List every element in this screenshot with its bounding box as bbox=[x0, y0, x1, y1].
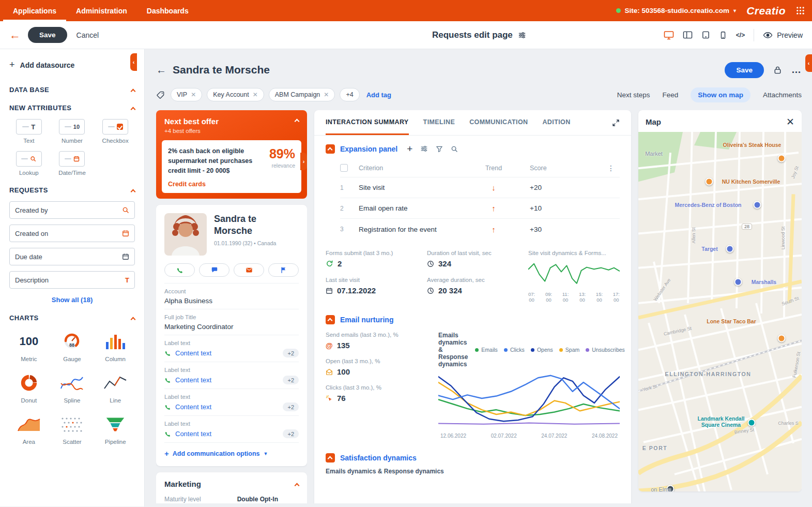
tab-addition[interactable]: ADITION bbox=[542, 110, 570, 135]
chart-tile-gauge[interactable]: 88 Gauge bbox=[53, 330, 92, 362]
comm-more-badge[interactable]: +2 bbox=[283, 429, 299, 438]
attribute-tile-lookup[interactable]: Lookup bbox=[9, 151, 49, 176]
preview-button[interactable]: Preview bbox=[763, 31, 803, 39]
food-marker[interactable] bbox=[778, 155, 786, 162]
mobile-view-icon[interactable] bbox=[719, 31, 727, 39]
add-tag-link[interactable]: Add tag bbox=[366, 91, 391, 99]
field-description[interactable]: Description T bbox=[9, 271, 135, 289]
chart-tile-donut[interactable]: Donut bbox=[9, 371, 49, 404]
collapse-sidebar-handle[interactable]: ‹ bbox=[130, 53, 137, 71]
app-launcher-icon[interactable] bbox=[796, 6, 805, 15]
chat-button[interactable] bbox=[199, 263, 229, 277]
credit-cards-link[interactable]: Credit cards bbox=[168, 181, 295, 188]
table-row[interactable]: 1 Site visit ↓ +20 bbox=[340, 177, 620, 198]
back-icon[interactable]: ← bbox=[9, 28, 21, 42]
expand-left-panel-handle[interactable]: › bbox=[300, 153, 307, 170]
close-icon[interactable]: ✕ bbox=[191, 91, 196, 98]
tab-communication[interactable]: COMMUNICATION bbox=[469, 110, 528, 135]
show-all-link[interactable]: Show all (18) bbox=[9, 296, 135, 304]
nav-administration[interactable]: Administration bbox=[66, 0, 137, 21]
add-communication-options[interactable]: + Add communication options ▼ bbox=[164, 442, 299, 461]
field-created-on[interactable]: Created on bbox=[9, 225, 135, 242]
section-new-attributes[interactable]: NEW ATTRIBUTES bbox=[9, 104, 135, 112]
tag-chip[interactable]: Key Account✕ bbox=[207, 88, 264, 101]
add-row-icon[interactable]: + bbox=[407, 144, 412, 154]
feed-button[interactable]: Feed bbox=[662, 91, 678, 99]
collapse-icon[interactable] bbox=[295, 119, 300, 124]
next-steps-button[interactable]: Next steps bbox=[617, 91, 650, 99]
food-marker[interactable] bbox=[706, 178, 713, 186]
right-panel-handle[interactable]: ‹ bbox=[805, 54, 812, 72]
comm-more-badge[interactable]: +2 bbox=[283, 376, 299, 384]
chart-tile-spline[interactable]: Spline bbox=[53, 371, 92, 404]
chart-tile-pipeline[interactable]: Pipeline bbox=[96, 413, 135, 445]
expand-icon[interactable] bbox=[612, 119, 620, 127]
comm-value-link[interactable]: Content text bbox=[175, 376, 211, 384]
chart-tile-column[interactable]: Column bbox=[96, 330, 135, 362]
close-icon[interactable]: ✕ bbox=[324, 91, 329, 98]
attribute-tile-checkbox[interactable]: Checkbox bbox=[96, 119, 135, 144]
table-menu-icon[interactable]: ⋮ bbox=[607, 164, 620, 172]
field-created-by[interactable]: Created by bbox=[9, 201, 135, 219]
nav-dashboards[interactable]: Dashboards bbox=[137, 0, 198, 21]
chart-tile-line[interactable]: Line bbox=[96, 371, 135, 404]
more-actions-icon[interactable]: … bbox=[791, 64, 802, 76]
call-button[interactable] bbox=[164, 263, 195, 277]
tab-interaction-summary[interactable]: INTERACTION SUMMARY bbox=[326, 110, 409, 135]
food-marker[interactable] bbox=[778, 335, 786, 342]
collapse-icon[interactable] bbox=[295, 483, 300, 488]
lock-icon[interactable] bbox=[773, 66, 782, 74]
email-nurturing-title[interactable]: Email nurturing bbox=[340, 316, 393, 324]
tag-chip[interactable]: VIP✕ bbox=[171, 88, 202, 101]
attribute-tile-number[interactable]: 10 Number bbox=[53, 119, 92, 144]
tablet-view-icon[interactable] bbox=[701, 31, 710, 39]
attribute-tile-datetime[interactable]: Date/Time bbox=[53, 151, 92, 176]
comm-value-link[interactable]: Content text bbox=[175, 349, 211, 357]
attribute-tile-text[interactable]: T Text bbox=[9, 119, 49, 144]
section-charts[interactable]: CHARTS bbox=[9, 314, 135, 322]
comm-more-badge[interactable]: +2 bbox=[283, 349, 299, 357]
search-icon[interactable] bbox=[451, 145, 458, 153]
close-icon[interactable]: ✕ bbox=[253, 91, 258, 98]
store-marker[interactable] bbox=[754, 201, 761, 209]
tag-icon[interactable] bbox=[156, 91, 165, 99]
split-view-icon[interactable] bbox=[683, 31, 693, 39]
expansion-panel-title[interactable]: Expansion panel bbox=[340, 145, 397, 153]
satisfaction-title[interactable]: Satisfaction dynamics bbox=[340, 454, 417, 462]
comm-value-link[interactable]: Content text bbox=[175, 430, 211, 438]
show-on-map-button[interactable]: Show on map bbox=[691, 87, 750, 102]
email-button[interactable] bbox=[234, 263, 264, 277]
filter-icon[interactable] bbox=[436, 145, 443, 153]
tab-timeline[interactable]: TIMELINE bbox=[423, 110, 455, 135]
section-requests[interactable]: REQUESTS bbox=[9, 186, 135, 194]
account-link[interactable]: Alpha Business bbox=[164, 297, 299, 305]
chart-tile-area[interactable]: Area bbox=[9, 413, 49, 445]
chart-tile-metric[interactable]: 100 Metric bbox=[9, 330, 49, 362]
more-tags-chip[interactable]: +4 bbox=[340, 88, 359, 101]
chart-tile-scatter[interactable]: Scatter bbox=[53, 413, 92, 445]
tag-chip[interactable]: ABM Campaign✕ bbox=[269, 88, 335, 101]
cancel-button[interactable]: Cancel bbox=[76, 31, 99, 39]
nav-applications[interactable]: Applications bbox=[3, 0, 66, 21]
panel-collapse-icon[interactable] bbox=[326, 315, 335, 324]
comm-value-link[interactable]: Content text bbox=[175, 403, 211, 411]
flag-button[interactable] bbox=[268, 263, 299, 277]
map-canvas[interactable]: Oliveira's Steak HouseMarketNU Kitchen S… bbox=[638, 132, 802, 491]
page-settings-icon[interactable] bbox=[518, 31, 526, 39]
source-code-icon[interactable]: </> bbox=[736, 32, 745, 39]
close-icon[interactable]: ✕ bbox=[786, 117, 794, 127]
store-marker[interactable] bbox=[734, 278, 742, 286]
settings-icon[interactable] bbox=[420, 145, 428, 153]
comm-more-badge[interactable]: +2 bbox=[283, 402, 299, 411]
record-back-icon[interactable]: ← bbox=[156, 64, 166, 76]
store-marker[interactable] bbox=[726, 245, 734, 253]
section-database[interactable]: DATA BASE bbox=[9, 86, 135, 94]
attachments-button[interactable]: Attachments bbox=[763, 91, 802, 99]
panel-collapse-icon[interactable] bbox=[326, 144, 335, 154]
table-row[interactable]: 2 Email open rate ↑ +10 bbox=[340, 198, 620, 219]
table-row[interactable]: 3 Registration for the event ↑ +30 bbox=[340, 219, 620, 240]
desktop-view-icon[interactable] bbox=[664, 31, 674, 40]
panel-collapse-icon[interactable] bbox=[326, 453, 335, 463]
add-datasource-button[interactable]: + Add datasource bbox=[9, 57, 135, 76]
select-all-checkbox[interactable] bbox=[340, 164, 348, 172]
